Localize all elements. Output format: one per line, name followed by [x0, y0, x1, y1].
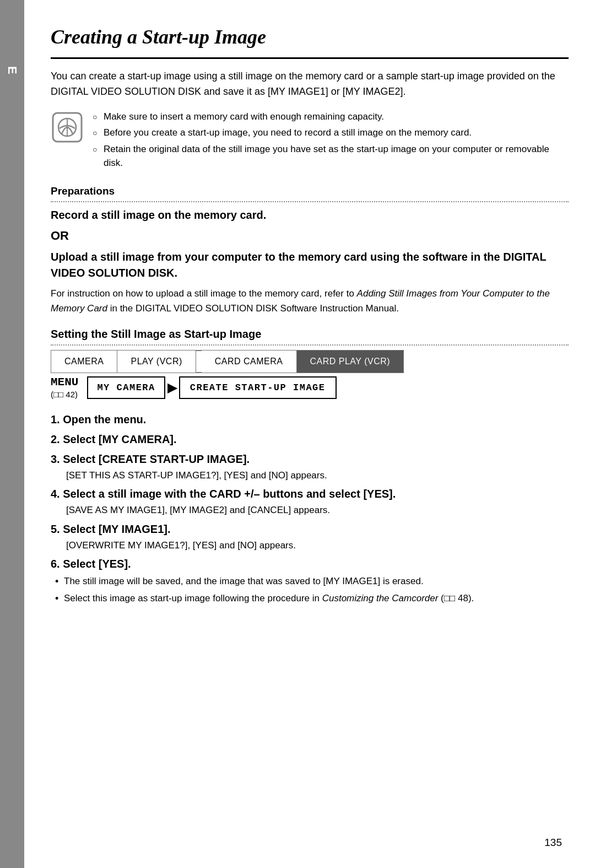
note-list: Make sure to insert a memory card with e… [93, 110, 569, 172]
step-6-bullet-2: Select this image as start-up image foll… [51, 591, 569, 606]
step-5: 5. Select [MY IMAGE1]. [OVERWRITE MY IMA… [51, 521, 569, 553]
step-record: Record a still image on the memory card. [51, 207, 569, 223]
step-2-label: 2. Select [MY CAMERA]. [51, 433, 177, 445]
tab-card-play-vcr[interactable]: CARD PLAY (VCR) [297, 351, 404, 373]
note-item-2: Before you create a start-up image, you … [93, 126, 569, 140]
tab-e: E [0, 0, 24, 868]
step-6-bullet-1: The still image will be saved, and the i… [51, 574, 569, 589]
for-instruction: For instruction on how to upload a still… [51, 287, 569, 316]
menu-ref-symbol: □□ [53, 390, 63, 399]
note-section: Make sure to insert a memory card with e… [51, 110, 569, 172]
note-icon [51, 111, 84, 144]
page-title: Creating a Start-up Image [51, 22, 569, 59]
menu-label-block: MENU (□□ 42) [51, 375, 82, 400]
menu-my-camera: MY CAMERA [87, 376, 165, 400]
tab-e-label: E [3, 66, 21, 76]
upload-step: Upload a still image from your computer … [51, 249, 569, 281]
note-item-3: Retain the original data of the still im… [93, 142, 569, 170]
step-6-label: 6. Select [YES]. [51, 558, 131, 570]
step-5-sub: [OVERWRITE MY IMAGE1?], [YES] and [NO] a… [51, 538, 569, 553]
page-number: 135 [544, 835, 562, 851]
tab-camera[interactable]: CAMERA [51, 351, 117, 373]
tab-play-vcr[interactable]: PLAY (VCR) [117, 351, 196, 373]
steps-list: 1. Open the menu. 2. Select [MY CAMERA].… [51, 411, 569, 606]
step-4-sub: [SAVE AS MY IMAGE1], [MY IMAGE2] and [CA… [51, 503, 569, 517]
or-text: OR [51, 227, 569, 245]
tab-bar: CAMERA PLAY (VCR) CARD CAMERA CARD PLAY … [51, 350, 404, 373]
menu-create: CREATE START-UP IMAGE [179, 376, 337, 400]
step-4-label: 4. Select a still image with the CARD +/… [51, 488, 396, 500]
step-4: 4. Select a still image with the CARD +/… [51, 486, 569, 517]
menu-ref: (□□ 42) [51, 389, 82, 400]
tab-spacer [196, 351, 202, 373]
step-2: 2. Select [MY CAMERA]. [51, 431, 569, 448]
note-item-1: Make sure to insert a memory card with e… [93, 110, 569, 124]
step-3: 3. Select [CREATE START-UP IMAGE]. [SET … [51, 451, 569, 483]
preparations-heading: Preparations [51, 184, 569, 200]
dotted-rule-2 [51, 344, 569, 346]
menu-arrow-icon: ▶ [167, 379, 177, 397]
setting-heading: Setting the Still Image as Start-up Imag… [51, 326, 569, 342]
main-content: Creating a Start-up Image You can create… [24, 0, 595, 868]
step-6: 6. Select [YES]. The still image will be… [51, 556, 569, 606]
menu-row: MENU (□□ 42) MY CAMERA ▶ CREATE START-UP… [51, 375, 569, 400]
step-1-label: 1. Open the menu. [51, 413, 146, 425]
step-3-sub: [SET THIS AS START-UP IMAGE1?], [YES] an… [51, 468, 569, 483]
step-1: 1. Open the menu. [51, 411, 569, 428]
step-3-label: 3. Select [CREATE START-UP IMAGE]. [51, 453, 250, 465]
page-wrapper: E Creating a Start-up Image You can crea… [0, 0, 595, 868]
intro-text: You can create a start-up image using a … [51, 69, 569, 100]
step-6-bullets: The still image will be saved, and the i… [51, 574, 569, 606]
step-5-label: 5. Select [MY IMAGE1]. [51, 523, 170, 535]
dotted-rule-1 [51, 201, 569, 202]
menu-label: MENU [51, 375, 78, 389]
tab-card-camera[interactable]: CARD CAMERA [202, 351, 297, 373]
